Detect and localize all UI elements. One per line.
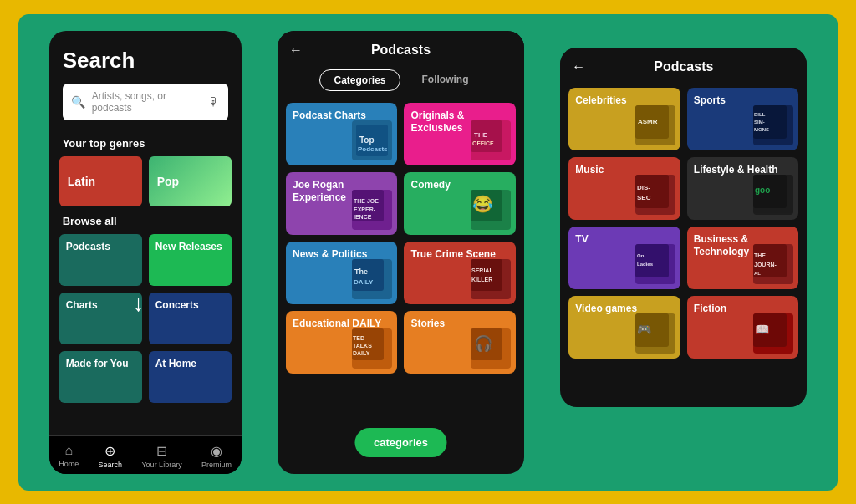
cat-label: Joe Rogan Experience [293, 179, 391, 205]
outer-frame: Search 🔍 Artists, songs, or podcasts 🎙 Y… [18, 14, 838, 491]
nav-search[interactable]: ⊕ Search [99, 443, 123, 469]
svg-rect-30 [635, 175, 669, 208]
tab-following[interactable]: Following [409, 69, 482, 91]
cat-label: Educational DAILY [293, 318, 381, 331]
genre-tile-pop[interactable]: Pop [149, 156, 232, 206]
svg-text:IENCE: IENCE [354, 214, 372, 220]
pod-lifestyle[interactable]: Lifestyle & Health goo [687, 157, 799, 220]
pod-label: Lifestyle & Health [694, 164, 778, 177]
podlist-back-icon[interactable]: ← [572, 59, 585, 74]
home-label: Home [59, 460, 79, 468]
premium-label: Premium [201, 461, 232, 469]
art-svg: BILL SIM- MONS [753, 105, 787, 139]
browse-made-for-you[interactable]: Made for You [59, 351, 142, 403]
mic-icon[interactable]: 🎙 [208, 95, 220, 109]
search-nav-icon: ⊕ [104, 443, 115, 459]
svg-text:OFFICE: OFFICE [472, 140, 494, 146]
genre-grid: Latin Pop [49, 156, 242, 206]
art-deco: 📖 [753, 313, 793, 354]
genre-label: Pop [157, 175, 179, 188]
search-input[interactable]: Artists, songs, or podcasts [92, 90, 201, 114]
podlist-title: Podcasts [654, 59, 713, 74]
browse-tile-label: Charts [66, 299, 98, 313]
cat-educational[interactable]: Educational DAILY TED TALKS DAILY [286, 311, 398, 374]
svg-text:KILLER: KILLER [471, 277, 492, 283]
browse-charts[interactable]: Charts [59, 293, 142, 344]
art-svg: DIS- SEC [635, 175, 669, 208]
premium-icon: ◉ [211, 443, 222, 459]
pod-sports[interactable]: Sports BILL SIM- MONS [687, 88, 799, 150]
search-title: Search [63, 48, 228, 74]
library-label: Your Library [141, 461, 181, 469]
search-bar[interactable]: 🔍 Artists, songs, or podcasts 🎙 [63, 84, 228, 120]
nav-library[interactable]: ⊟ Your Library [141, 443, 181, 469]
art-svg: 🎧 [471, 328, 502, 360]
bottom-nav: ⌂ Home ⊕ Search ⊟ Your Library ◉ Premium [49, 435, 242, 474]
browse-tile-label: New Releases [155, 241, 222, 254]
art-decoration: 😂 [471, 190, 511, 230]
browse-at-home[interactable]: At Home [149, 351, 232, 403]
top-genres-label: Your top genres [49, 127, 242, 156]
genre-tile-latin[interactable]: Latin [59, 156, 142, 206]
svg-text:🎧: 🎧 [474, 334, 493, 353]
tab-categories[interactable]: Categories [319, 69, 400, 91]
pod-business[interactable]: Business & Technology THE JOURN- AL [687, 227, 799, 289]
art-decoration: Top Podcasts [352, 120, 392, 160]
svg-rect-35 [635, 244, 669, 277]
categories-button[interactable]: categories [355, 428, 446, 457]
pod-fiction[interactable]: Fiction 📖 [687, 296, 799, 359]
svg-text:EXPER-: EXPER- [354, 206, 376, 212]
genre-label: Latin [68, 175, 95, 188]
home-icon: ⌂ [64, 443, 73, 458]
browse-tile-label: Made for You [66, 358, 129, 371]
art-svg: 📖 [753, 313, 787, 347]
search-screen: Search 🔍 Artists, songs, or podcasts 🎙 Y… [49, 31, 242, 474]
svg-text:Podcasts: Podcasts [358, 145, 388, 153]
pod-label: Celebrities [575, 94, 626, 108]
pod-celebrities[interactable]: Celebrities ASMR [568, 88, 680, 150]
podcast-title: Podcasts [371, 43, 431, 58]
browse-concerts[interactable]: Concerts [149, 293, 232, 344]
nav-home[interactable]: ⌂ Home [59, 443, 79, 469]
cat-true-crime[interactable]: True Crime Scene SERIAL KILLER [404, 242, 516, 304]
browse-tile-label: At Home [155, 358, 196, 371]
art-decoration: The DAILY [352, 259, 392, 299]
cat-joe-rogan[interactable]: Joe Rogan Experience THE JOE EXPER- IENC… [286, 172, 398, 235]
browse-tile-label: Podcasts [66, 241, 110, 254]
cat-stories[interactable]: Stories 🎧 [404, 311, 516, 374]
svg-text:SEC: SEC [637, 194, 651, 201]
svg-text:AL: AL [754, 271, 761, 276]
browse-new-releases[interactable]: New Releases [149, 234, 232, 286]
pod-music[interactable]: Music DIS- SEC [568, 157, 680, 220]
art-decoration: TED TALKS DAILY [352, 328, 392, 369]
browse-podcasts[interactable]: Podcasts [59, 234, 142, 286]
podcast-list-screen: ← Podcasts Celebrities ASMR Sports [560, 48, 807, 407]
nav-premium[interactable]: ◉ Premium [201, 443, 232, 469]
cat-originals[interactable]: Originals & Exclusives THE OFFICE [404, 103, 516, 165]
art-svg: 🎮 [635, 313, 669, 347]
library-icon: ⊟ [156, 443, 167, 459]
svg-text:SERIAL: SERIAL [471, 267, 493, 273]
search-icon: 🔍 [71, 95, 85, 109]
art-svg: SERIAL KILLER [471, 259, 502, 291]
cat-podcast-charts[interactable]: Podcast Charts Top Podcasts [286, 103, 398, 165]
browse-tile-label: Concerts [155, 299, 199, 313]
svg-rect-15 [471, 259, 502, 291]
podlist-header: ← Podcasts [560, 48, 807, 81]
browse-grid: Podcasts New Releases Charts Concerts Ma… [49, 234, 242, 403]
svg-text:MONS: MONS [754, 127, 769, 132]
podcast-screen: ← Podcasts Categories Following Podcast … [278, 31, 524, 474]
back-arrow-icon[interactable]: ← [289, 43, 303, 58]
cat-label: Stories [410, 318, 445, 331]
podcast-list-grid: Celebrities ASMR Sports BILL SIM- MON [560, 81, 807, 365]
svg-text:Top: Top [359, 135, 374, 145]
svg-text:TALKS: TALKS [353, 343, 372, 349]
cat-news-politics[interactable]: News & Politics The DAILY [286, 242, 398, 304]
cat-comedy[interactable]: Comedy 😂 [404, 172, 516, 235]
cat-label: Podcast Charts [293, 109, 366, 123]
cat-label: True Crime Scene [410, 248, 495, 262]
pod-video-games[interactable]: Video games 🎮 [568, 296, 680, 359]
podcast-header: ← Podcasts [278, 31, 524, 63]
pod-tv[interactable]: TV On Ladies [568, 227, 680, 289]
svg-text:Ladies: Ladies [637, 262, 654, 267]
